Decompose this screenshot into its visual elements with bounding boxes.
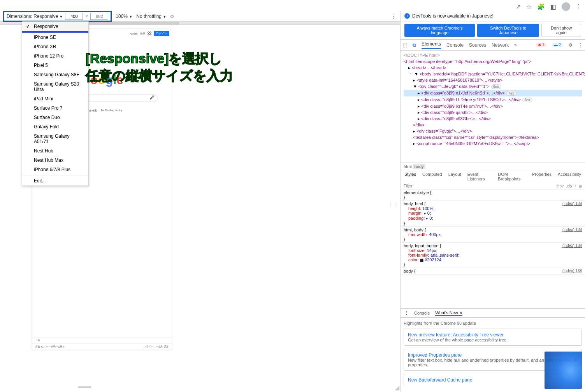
close-icon[interactable]: ✕ [459, 311, 462, 315]
apps-icon[interactable] [148, 32, 151, 35]
gmail-link[interactable]: Gmail [130, 32, 137, 35]
resize-handle-corner[interactable]: ◢ [395, 384, 399, 391]
lucky-button[interactable]: I'm Feeling Lucky [101, 109, 122, 113]
device-option[interactable]: Surface Duo [22, 113, 88, 122]
device-option[interactable]: iPhone SE [22, 33, 88, 42]
device-option[interactable]: iPad Mini [22, 94, 88, 103]
star-icon[interactable]: ☆ [526, 3, 532, 10]
drawer-menu-icon[interactable]: ⋮ [404, 311, 409, 316]
device-toggle-icon[interactable]: ⧉ [413, 42, 416, 48]
device-option[interactable]: iPhone XR [22, 42, 88, 51]
source-link[interactable]: (index):138 [562, 201, 582, 206]
device-option[interactable]: iPhone 6/7/8 Plus [22, 165, 88, 174]
stab-computed[interactable]: Computed [422, 172, 442, 181]
source-link[interactable]: (index):138 [562, 228, 582, 232]
tutorial-annotation: [Responsive]を選択し 任意の縦横サイズを入力 [86, 50, 233, 84]
styles-sub-tabs: Styles Computed Layout Event Listeners D… [401, 170, 585, 183]
dont-show-button[interactable]: Don't show again [541, 24, 581, 37]
drawer-tab-whatsnew[interactable]: What's New ✕ [435, 310, 462, 316]
tab-sources[interactable]: Sources [469, 42, 486, 48]
more-tabs-icon[interactable]: » [514, 42, 517, 48]
images-link[interactable]: 画像 [140, 32, 145, 35]
source-link[interactable]: (index):138 [562, 243, 582, 248]
device-dropdown-menu: Responsive iPhone SE iPhone XR iPhone 12… [22, 21, 89, 186]
tab-console[interactable]: Console [446, 42, 464, 48]
times-separator: × [85, 14, 88, 19]
language-infobar: i DevTools is now available in Japanese! [401, 11, 585, 21]
dom-tree[interactable]: <!DOCTYPE html> <html itemscope itemtype… [401, 51, 585, 163]
inspect-icon[interactable]: ⬚ [403, 42, 407, 48]
device-option-edit[interactable]: Edit... [22, 176, 88, 186]
hov-toggle[interactable]: :hov [556, 184, 564, 188]
tab-network[interactable]: Network [492, 42, 509, 48]
device-option[interactable]: Samsung Galaxy A51/71 [22, 131, 88, 146]
styles-filter-input[interactable] [404, 184, 554, 188]
whats-new-body: Highlights from the Chrome 98 update New… [401, 318, 585, 392]
height-input[interactable] [90, 13, 108, 20]
login-button[interactable]: ログイン [154, 31, 169, 36]
device-option[interactable]: iPhone 12 Pro [22, 51, 88, 61]
switch-japanese-button[interactable]: Switch DevTools to Japanese [477, 24, 539, 37]
device-option-responsive[interactable]: Responsive [22, 22, 88, 33]
computed-toggle-icon[interactable]: ⊞ [579, 184, 582, 188]
footer-link[interactable]: 検索の仕組み [51, 345, 65, 348]
resize-handle-right[interactable]: ⋮⋮ [388, 201, 399, 208]
stab-layout[interactable]: Layout [448, 172, 461, 181]
stab-styles[interactable]: Styles [404, 172, 416, 181]
devtools-panel: i DevTools is now available in Japanese!… [401, 11, 585, 392]
chevron-down-icon: ▼ [129, 15, 132, 19]
infobar-buttons: Always match Chrome's language Switch De… [401, 21, 585, 40]
breadcrumb-item[interactable]: html [404, 164, 412, 169]
device-option[interactable]: Surface Pro 7 [22, 103, 88, 113]
browser-toolbar-icons: ↗ ☆ 🧩 ◧ ⋮ [516, 2, 582, 11]
drawer-tab-console[interactable]: Console [414, 311, 430, 315]
device-emulation-area: Dimensions: Responsive ▼ × 100% ▼ No thr… [0, 11, 401, 392]
avatar[interactable] [562, 2, 570, 11]
footer-link[interactable]: 広告 [35, 345, 40, 348]
zoom-dropdown[interactable]: 100% ▼ [116, 14, 132, 19]
more-options-icon[interactable]: ⋮ [391, 12, 397, 20]
tab-elements[interactable]: Elements [422, 41, 441, 49]
footer-link[interactable]: 規約 [158, 345, 163, 348]
styles-pane[interactable]: element.style { } (index):138 body, html… [401, 189, 585, 308]
side-panel-icon[interactable]: ◧ [550, 3, 556, 10]
error-badge[interactable]: ✖ 1 [536, 43, 546, 47]
gear-icon[interactable]: ⚙ [568, 42, 573, 48]
stab-properties[interactable]: Properties [532, 172, 552, 181]
device-option[interactable]: Galaxy Fold [22, 122, 88, 131]
devtools-tabs: ⬚ ⧉ Elements Console Sources Network » ✖… [401, 40, 585, 51]
source-link[interactable]: (index):138 [562, 269, 582, 273]
stab-accessibility[interactable]: Accessibility [558, 172, 581, 181]
device-option[interactable]: Samsung Galaxy S8+ [22, 70, 88, 79]
selected-dom-node[interactable]: ▸ <div class="o3j99 n1xJcf Ne6nSd">…</di… [404, 90, 582, 96]
new-rule-button[interactable]: + [574, 184, 576, 188]
width-input[interactable] [65, 13, 83, 20]
menu-icon[interactable]: ⋮ [576, 3, 582, 10]
breadcrumb-item[interactable]: body [413, 164, 425, 169]
cls-toggle[interactable]: .cls [566, 184, 572, 188]
whats-new-card[interactable]: New preview feature: Accessibility Tree … [404, 329, 582, 346]
device-option[interactable]: Nest Hub Max [22, 156, 88, 165]
resize-handle-bottom[interactable]: ═══ [78, 383, 91, 390]
device-option[interactable]: Samsung Galaxy S20 Ultra [22, 79, 88, 94]
throttling-dropdown[interactable]: No throttling ▼ [136, 14, 166, 19]
kebab-icon[interactable]: ⋮ [578, 42, 583, 48]
emulated-footer: 日本 広告 ビジネス 検索の仕組み プライバシー 規約 設定 [32, 337, 172, 350]
device-option[interactable]: Nest Hub [22, 146, 88, 156]
stab-event-listeners[interactable]: Event Listeners [467, 172, 492, 181]
chevron-down-icon: ▼ [59, 15, 63, 19]
chevron-down-icon: ▼ [163, 15, 166, 19]
footer-link[interactable]: 設定 [164, 345, 169, 348]
stab-dom-breakpoints[interactable]: DOM Breakpoints [498, 172, 526, 181]
device-option[interactable]: Pixel 5 [22, 61, 88, 70]
whats-new-title: Highlights from the Chrome 98 update [404, 321, 582, 326]
footer-link[interactable]: ビジネス [41, 345, 50, 348]
share-icon[interactable]: ↗ [516, 3, 521, 10]
always-match-button[interactable]: Always match Chrome's language [404, 24, 475, 37]
no-throttle-icon[interactable]: ⊘ [170, 14, 174, 19]
dimensions-highlighted-box: Dimensions: Responsive ▼ × [3, 11, 112, 22]
info-badge[interactable]: ▬ 2 [552, 43, 563, 47]
dimensions-dropdown[interactable]: Dimensions: Responsive ▼ [7, 14, 63, 19]
footer-link[interactable]: プライバシー [144, 345, 158, 348]
extensions-icon[interactable]: 🧩 [537, 3, 545, 10]
